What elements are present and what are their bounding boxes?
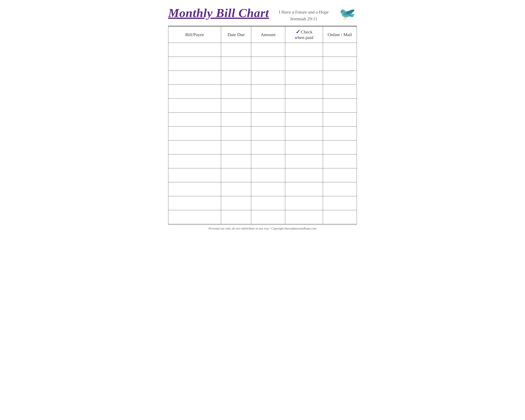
table-cell [168,182,221,196]
col-header-bill: Bill/Payee [168,27,221,43]
table-cell [323,43,357,57]
table-cell [285,210,323,224]
col-header-check: ✓ Check when paid [285,27,323,43]
svg-point-15 [342,10,344,11]
table-cell [285,99,323,112]
table-cell [251,43,285,57]
subtitle-line1: I Have a Future and a Hope [279,9,328,15]
main-title: Monthly Bill Chart [168,6,269,20]
table-cell [168,154,221,168]
table-row [168,154,357,168]
footer-text: Personal use only, do not redistribute i… [209,227,316,230]
table-cell [221,140,251,154]
table-cell [221,71,251,85]
check-label-top: Check [301,29,312,35]
table-cell [168,210,221,224]
table-cell [285,43,323,57]
subtitle-line2: Jeremiah 29:11 [290,15,318,22]
table-cell [221,210,251,224]
table-cell [323,140,357,154]
table-row [168,85,357,99]
table-cell [285,85,323,99]
table-cell [251,112,285,127]
table-row [168,57,357,71]
table-cell [251,210,285,224]
table-cell [168,196,221,210]
table-cell [168,71,221,85]
table-row [168,71,357,85]
table-row [168,43,357,57]
table-row [168,210,357,224]
table-cell [251,196,285,210]
svg-line-9 [344,17,345,19]
checkmark-icon: ✓ [296,29,300,35]
table-cell [323,154,357,168]
header: Monthly Bill Chart I Have a Future and a… [168,6,357,22]
table-row [168,127,357,140]
table-cell [168,43,221,57]
table-row [168,140,357,154]
table-cell [221,127,251,140]
table-cell [168,99,221,112]
table-row [168,196,357,210]
table-cell [323,196,357,210]
table-cell [221,57,251,71]
table-row [168,99,357,112]
table-cell [285,140,323,154]
table-cell [285,168,323,182]
table-cell [168,168,221,182]
table-cell [323,85,357,99]
table-row [168,182,357,196]
table-row [168,112,357,127]
table-cell [323,182,357,196]
table-cell [323,112,357,127]
table-cell [285,196,323,210]
table-cell [251,127,285,140]
table-cell [251,71,285,85]
table-cell [221,154,251,168]
title-area: Monthly Bill Chart [168,6,269,20]
table-cell [251,140,285,154]
col-header-online: Online / Mail [323,27,357,43]
table-cell [323,99,357,112]
table-cell [221,85,251,99]
col-header-date: Date Due [221,27,251,43]
table-cell [251,168,285,182]
table-cell [285,112,323,127]
table-cell [323,57,357,71]
table-cell [251,85,285,99]
table-cell [221,99,251,112]
table-cell [323,210,357,224]
subtitle-area: I Have a Future and a Hope Jeremiah 29:1… [279,9,328,22]
table-cell [221,112,251,127]
table-cell [251,154,285,168]
check-label-bottom: when paid [295,35,313,40]
table-cell [285,154,323,168]
table-cell [251,99,285,112]
bird-container [338,6,357,19]
table-row [168,168,357,182]
table-cell [221,43,251,57]
table-cell [221,182,251,196]
table-cell [251,57,285,71]
table-cell [285,182,323,196]
page: Monthly Bill Chart I Have a Future and a… [160,0,365,235]
table-cell [285,127,323,140]
bird-icon [338,5,357,19]
table-cell [323,71,357,85]
svg-point-3 [342,11,342,11]
table-cell [168,112,221,127]
table-cell [285,71,323,85]
table-cell [168,127,221,140]
table-cell [285,57,323,71]
table-cell [168,57,221,71]
table-cell [168,85,221,99]
table-cell [323,127,357,140]
bill-table: Bill/Payee Date Due Amount ✓ Check when … [168,26,357,224]
table-cell [323,168,357,182]
footer: Personal use only, do not redistribute i… [168,224,357,231]
col-header-amount: Amount [251,27,285,43]
table-cell [251,182,285,196]
table-cell [221,196,251,210]
table-cell [168,140,221,154]
